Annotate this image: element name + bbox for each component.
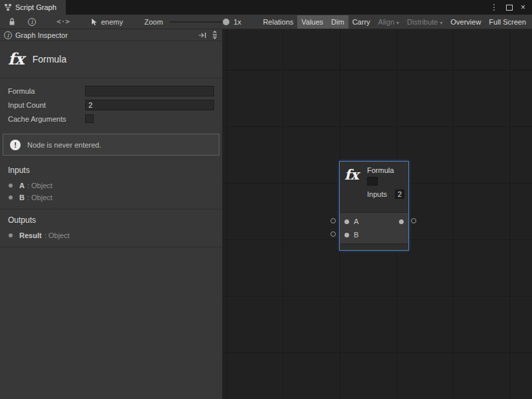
- output-result-type: : Object: [45, 231, 70, 239]
- inputs-section-header: Inputs: [0, 160, 222, 180]
- fx-icon: fx: [8, 49, 25, 68]
- zoom-value: 1x: [233, 18, 241, 26]
- info-icon[interactable]: i: [25, 15, 39, 29]
- inputs-section: Inputs A : Object B : Object: [0, 160, 222, 209]
- tab-label: Script Graph: [15, 3, 57, 11]
- unity-script-graph-window: Script Graph ⋮ × i <·> enemy Zo: [0, 0, 532, 399]
- outputs-section: Outputs Result : Object: [0, 209, 222, 247]
- carry-button[interactable]: Carry: [348, 15, 374, 29]
- zoom-slider-track[interactable]: [170, 21, 228, 23]
- formula-field-label: Formula: [8, 87, 35, 95]
- edit-graph-icon[interactable]: <·>: [55, 15, 72, 29]
- input-count-field-label: Input Count: [8, 101, 46, 109]
- align-button-label: Align: [378, 18, 394, 26]
- node-ports: A B: [340, 212, 408, 243]
- fx-icon: fx: [344, 166, 363, 212]
- node-inputs-count[interactable]: 2: [395, 190, 404, 199]
- list-item: B : Object: [0, 192, 222, 203]
- distribute-button-label: Distribute: [407, 18, 438, 26]
- formula-input[interactable]: [85, 86, 214, 96]
- input-b-type: : Object: [27, 194, 53, 201]
- port-b-label: B: [354, 231, 358, 239]
- port-bullet-icon: [9, 233, 13, 237]
- unit-title: Formula: [33, 54, 66, 65]
- input-a-type: : Object: [27, 182, 53, 190]
- list-item: Result : Object: [0, 229, 222, 241]
- zoom-slider[interactable]: [170, 18, 228, 26]
- window-tab-bar: Script Graph ⋮ ×: [0, 0, 532, 15]
- relations-button[interactable]: Relations: [259, 15, 297, 29]
- output-port-result[interactable]: [399, 219, 404, 224]
- node-inputs-row: Inputs 2: [367, 190, 404, 199]
- toolbar-buttons: Relations Values Dim Carry Align▾ Distri…: [259, 15, 532, 29]
- input-count-field-row: Input Count: [0, 99, 222, 112]
- cursor-icon: [90, 18, 98, 26]
- close-button[interactable]: ×: [521, 3, 525, 12]
- connection-point-a[interactable]: [331, 218, 336, 223]
- input-port-b[interactable]: [344, 233, 349, 237]
- graph-reference-label: enemy: [101, 18, 123, 26]
- port-bullet-icon: [9, 196, 13, 200]
- node-inputs-label: Inputs: [367, 190, 387, 198]
- chevron-down-icon: ▾: [440, 20, 443, 26]
- input-b-name: B: [19, 194, 25, 201]
- graph-toolbar: i <·> enemy Zoom 1x Relations Values Dim…: [0, 15, 532, 29]
- dock-panel-icon[interactable]: [198, 32, 207, 39]
- input-a-name: A: [19, 182, 25, 190]
- port-bullet-icon: [9, 184, 13, 188]
- info-icon: i: [4, 31, 12, 39]
- graph-inspector-title: Graph Inspector: [15, 31, 68, 39]
- chevron-down-icon: ▾: [396, 20, 399, 26]
- inspector-header-icons: [198, 31, 218, 40]
- inspector-fields: Formula Input Count Cache Arguments: [0, 78, 222, 126]
- connection-point-b[interactable]: [331, 231, 336, 237]
- maximize-button[interactable]: [506, 5, 513, 11]
- full-screen-button[interactable]: Full Screen: [485, 15, 530, 29]
- cache-arguments-field-label: Cache Arguments: [8, 115, 66, 123]
- values-button[interactable]: Values: [297, 15, 327, 29]
- script-graph-icon: [4, 3, 12, 11]
- warning-icon: !: [10, 140, 21, 150]
- formula-field-row: Formula: [0, 85, 222, 98]
- align-button[interactable]: Align▾: [374, 15, 403, 29]
- port-a-label: A: [354, 217, 358, 225]
- cache-arguments-field-row: Cache Arguments: [0, 113, 222, 126]
- tab-script-graph[interactable]: Script Graph: [0, 0, 66, 15]
- graph-inspector-panel: i Graph Inspector: [0, 29, 223, 399]
- formula-node[interactable]: fx Formula Inputs 2 A: [339, 161, 409, 251]
- graph-inspector-header: i Graph Inspector: [0, 29, 222, 41]
- graph-reference[interactable]: enemy: [90, 18, 123, 26]
- node-formula-input[interactable]: [367, 177, 378, 186]
- zoom-label: Zoom: [144, 18, 163, 26]
- input-port-a[interactable]: [344, 219, 349, 224]
- distribute-button[interactable]: Distribute▾: [403, 15, 446, 29]
- node-footer: [340, 243, 408, 250]
- warning-text: Node is never entered.: [27, 141, 101, 149]
- outputs-section-header: Outputs: [0, 209, 222, 229]
- input-count-input[interactable]: [85, 100, 214, 110]
- cache-arguments-checkbox[interactable]: [85, 114, 94, 123]
- pane-menu-icon[interactable]: [211, 31, 218, 40]
- inspector-title-block: fx Formula: [0, 41, 222, 78]
- output-result-name: Result: [19, 231, 42, 239]
- list-item: A : Object: [0, 180, 222, 192]
- warning-box: ! Node is never entered.: [3, 134, 219, 156]
- node-header-main: Formula Inputs 2: [367, 166, 404, 212]
- node-title: Formula: [367, 166, 404, 174]
- dim-button[interactable]: Dim: [327, 15, 348, 29]
- info-icon-glyph: i: [28, 18, 36, 26]
- connection-point-result[interactable]: [411, 218, 416, 223]
- node-header: fx Formula Inputs 2: [340, 162, 408, 212]
- lock-icon[interactable]: [5, 15, 19, 29]
- zoom-slider-handle[interactable]: [223, 19, 229, 25]
- port-row-a: A: [340, 215, 408, 228]
- overview-button[interactable]: Overview: [447, 15, 485, 29]
- window-controls: ⋮ ×: [490, 0, 532, 15]
- port-row-b: B: [340, 228, 408, 241]
- window-menu-button[interactable]: ⋮: [490, 3, 498, 12]
- graph-canvas[interactable]: fx Formula Inputs 2 A: [223, 29, 532, 399]
